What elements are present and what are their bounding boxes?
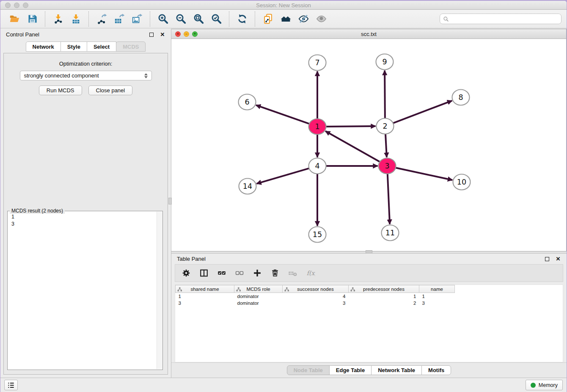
network-close-button[interactable]: × <box>175 31 181 37</box>
column-header-successor-nodes[interactable]: successor nodes <box>283 285 349 293</box>
tab-select[interactable]: Select <box>87 41 116 52</box>
add-column-button[interactable] <box>251 267 263 279</box>
node-4[interactable]: 4 <box>309 158 326 174</box>
save-session-button[interactable] <box>23 11 41 27</box>
delete-row-button[interactable] <box>269 267 281 279</box>
column-header-shared-name[interactable]: shared name <box>176 285 234 293</box>
cell-name[interactable]: 1 <box>419 293 455 300</box>
window-minimize-button[interactable] <box>14 3 19 8</box>
node-10[interactable]: 10 <box>453 174 471 190</box>
close-panel-button[interactable]: Close panel <box>88 86 133 95</box>
export-table-button[interactable] <box>110 11 128 27</box>
network-graph[interactable]: 7968124314101511 <box>171 39 566 251</box>
copy-network-view-button[interactable] <box>259 11 277 27</box>
refresh-button[interactable] <box>233 11 251 27</box>
zoom-fit-button[interactable] <box>190 11 207 27</box>
cell-MCDS-role[interactable]: dominator <box>234 293 283 300</box>
tab-style[interactable]: Style <box>61 41 87 52</box>
search-box[interactable] <box>440 14 561 24</box>
optimization-criterion-select[interactable]: strongly connected component <box>20 71 152 80</box>
tab-edge-table[interactable]: Edge Table <box>329 365 372 375</box>
column-header-MCDS-role[interactable]: MCDS role <box>234 285 283 293</box>
node-7[interactable]: 7 <box>309 55 326 71</box>
column-header-name[interactable]: name <box>419 285 455 293</box>
select-all-checkboxes-button[interactable] <box>216 267 228 279</box>
window-zoom-button[interactable] <box>23 3 28 8</box>
save-session-icon <box>27 13 38 25</box>
result-scrollbar[interactable] <box>157 212 162 369</box>
column-header-predecessor-nodes[interactable]: predecessor nodes <box>349 285 419 293</box>
network-canvas[interactable]: 7968124314101511 <box>171 39 566 251</box>
table-rows: 1dominator4113dominator323 <box>176 293 455 306</box>
tab-node-table[interactable]: Node Table <box>287 365 330 375</box>
deselect-all-checkboxes-button[interactable] <box>234 267 245 279</box>
edge-3-11[interactable] <box>388 174 390 224</box>
table-row[interactable]: 3dominator323 <box>176 300 455 306</box>
tab-network-table[interactable]: Network Table <box>371 365 422 375</box>
node-11[interactable]: 11 <box>382 225 399 241</box>
run-mcds-button[interactable]: Run MCDS <box>39 86 82 95</box>
edge-3-1[interactable] <box>325 131 380 162</box>
control-panel-close-button[interactable]: ✕ <box>160 32 165 38</box>
edge-2-3[interactable] <box>385 134 387 157</box>
edge-1-2[interactable] <box>326 126 376 127</box>
import-network-button[interactable] <box>49 11 67 27</box>
window-titlebar: Session: New Session <box>0 1 567 10</box>
search-input[interactable] <box>451 16 558 22</box>
svg-text:11: 11 <box>385 229 395 237</box>
task-history-button[interactable] <box>4 380 18 390</box>
show-all-button[interactable] <box>312 11 330 27</box>
export-network-button[interactable] <box>93 11 110 27</box>
zoom-out-button[interactable] <box>172 11 190 27</box>
cell-predecessor-nodes[interactable]: 2 <box>349 300 419 306</box>
table-panel-header: Table Panel ✕ <box>171 254 567 264</box>
node-9[interactable]: 9 <box>376 54 394 70</box>
tab-motifs[interactable]: Motifs <box>421 365 451 375</box>
cell-predecessor-nodes[interactable]: 1 <box>349 293 419 300</box>
zoom-selected-button[interactable] <box>207 11 225 27</box>
home-button[interactable] <box>277 11 295 27</box>
zoom-fit-icon <box>193 13 204 25</box>
split-columns-button[interactable] <box>198 267 210 279</box>
table-settings-button[interactable] <box>180 267 192 279</box>
network-maximize-button[interactable]: + <box>192 31 198 37</box>
edge-2-8[interactable] <box>393 101 452 123</box>
cell-name[interactable]: 3 <box>419 300 455 306</box>
cell-successor-nodes[interactable]: 4 <box>283 293 349 300</box>
edge-4-14[interactable] <box>256 168 309 184</box>
node-2[interactable]: 2 <box>377 119 394 134</box>
edge-3-10[interactable] <box>396 168 452 180</box>
control-panel-float-button[interactable] <box>149 32 154 38</box>
tab-network[interactable]: Network <box>26 41 61 52</box>
hide-selected-button[interactable] <box>295 11 312 27</box>
mcds-result-list[interactable]: 13 <box>8 211 162 230</box>
export-image-button[interactable] <box>128 11 146 27</box>
edge-1-6[interactable] <box>256 105 309 124</box>
node-6[interactable]: 6 <box>239 94 256 110</box>
tab-mcds[interactable]: MCDS <box>116 41 146 52</box>
import-table-button[interactable] <box>67 11 85 27</box>
cell-shared-name[interactable]: 3 <box>176 300 234 306</box>
edge-2-9[interactable] <box>385 71 385 119</box>
table-panel-float-button[interactable] <box>544 256 550 262</box>
window-close-button[interactable] <box>5 3 11 8</box>
vertical-splitter-handle[interactable] <box>168 198 172 204</box>
node-8[interactable]: 8 <box>452 90 470 105</box>
memory-button[interactable]: Memory <box>526 380 563 390</box>
cell-shared-name[interactable]: 1 <box>176 293 234 300</box>
node-14[interactable]: 14 <box>239 179 256 194</box>
cell-MCDS-role[interactable]: dominator <box>234 300 283 306</box>
open-session-button[interactable] <box>6 11 23 27</box>
node-15[interactable]: 15 <box>309 227 326 243</box>
node-table: shared nameMCDS rolesuccessor nodesprede… <box>175 285 455 306</box>
svg-text:14: 14 <box>243 182 252 190</box>
node-1[interactable]: 1 <box>309 119 326 135</box>
cell-successor-nodes[interactable]: 3 <box>283 300 349 306</box>
table-row[interactable]: 1dominator411 <box>176 293 455 300</box>
node-3[interactable]: 3 <box>379 158 396 174</box>
zoom-in-button[interactable] <box>154 11 172 27</box>
toolbar-separator <box>255 11 255 27</box>
network-minimize-button[interactable]: – <box>184 31 189 37</box>
svg-text:2: 2 <box>383 122 387 130</box>
table-panel-close-button[interactable]: ✕ <box>555 256 561 262</box>
